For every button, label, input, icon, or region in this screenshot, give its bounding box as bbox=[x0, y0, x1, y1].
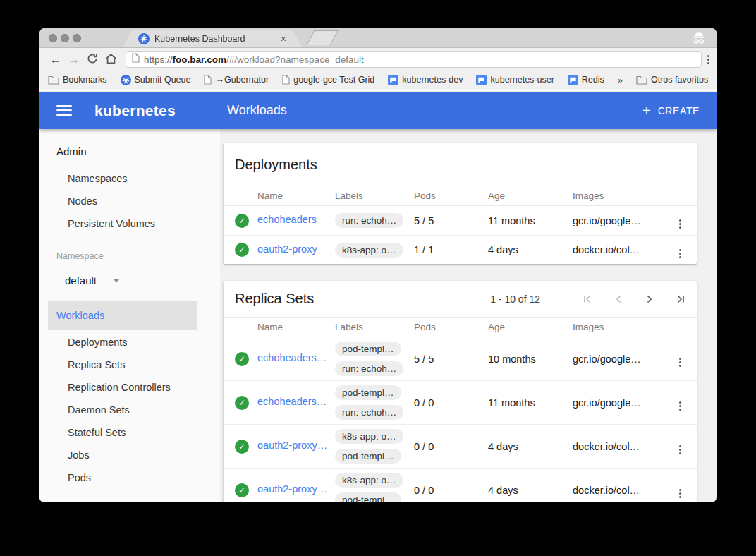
row-menu-button[interactable] bbox=[676, 348, 684, 370]
resource-link[interactable]: oauth2-proxy bbox=[257, 243, 317, 255]
bookmark-item[interactable]: Submit Queue bbox=[121, 75, 191, 85]
card-title: Replica Sets bbox=[235, 291, 314, 307]
pods-cell: 0 / 0 bbox=[414, 397, 488, 409]
folder-icon bbox=[48, 75, 59, 85]
label-chip: run: echoh… bbox=[335, 405, 403, 420]
table-body: ✓echoheaders…pod-templ…run: echoh…5 / 51… bbox=[224, 337, 697, 502]
sidebar-section-admin[interactable]: Admin bbox=[56, 145, 220, 159]
name-cell: oauth2-proxy… bbox=[257, 483, 335, 497]
pods-cell: 5 / 5 bbox=[414, 353, 488, 365]
name-cell: oauth2-proxy… bbox=[257, 440, 335, 453]
column-header-name: Name bbox=[257, 191, 335, 201]
sidebar-item-nodes[interactable]: Nodes bbox=[39, 190, 220, 212]
chat-icon bbox=[568, 75, 578, 85]
labels-cell: pod-templ…run: echoh… bbox=[335, 381, 414, 424]
titlebar: Kubernetes Dashboard × bbox=[39, 28, 717, 48]
content: Admin NamespacesNodesPersistent Volumes … bbox=[39, 129, 717, 502]
bookmark-item[interactable]: kubernetes-user bbox=[476, 75, 554, 85]
sidebar-item-jobs[interactable]: Jobs bbox=[39, 444, 220, 466]
kubernetes-favicon-icon bbox=[138, 33, 150, 44]
labels-cell: k8s-app: o…pod-templ… bbox=[335, 425, 414, 468]
url-text: https://foo.bar.com/#/workload?namespace… bbox=[144, 54, 364, 65]
create-button-label: CREATE bbox=[658, 105, 700, 116]
reload-button[interactable] bbox=[83, 53, 102, 66]
resource-link[interactable]: oauth2-proxy… bbox=[257, 483, 327, 495]
create-button[interactable]: + CREATE bbox=[642, 104, 700, 118]
page-first-button[interactable] bbox=[583, 294, 592, 304]
pods-cell: 1 / 1 bbox=[414, 244, 488, 255]
kebab-icon bbox=[679, 489, 681, 498]
column-header-images: Images bbox=[573, 322, 663, 332]
bookmark-label: google-gce Test Grid bbox=[293, 75, 374, 85]
sidebar-item-pods[interactable]: Pods bbox=[39, 466, 220, 489]
tab-close-icon[interactable]: × bbox=[281, 34, 286, 44]
sidebar-item-workloads[interactable]: Workloads bbox=[48, 301, 197, 330]
bookmark-item[interactable]: →Gubernator bbox=[204, 75, 269, 85]
resource-link[interactable]: echoheaders… bbox=[257, 352, 327, 363]
sidebar-item-replica-sets[interactable]: Replica Sets bbox=[39, 353, 220, 376]
bookmark-item[interactable]: Bookmarks bbox=[48, 75, 107, 85]
page-prev-button[interactable] bbox=[614, 294, 623, 304]
sidebar-item-daemon-sets[interactable]: Daemon Sets bbox=[39, 399, 220, 421]
main-panel: Deployments NameLabelsPodsAgeImages ✓ech… bbox=[220, 129, 717, 502]
age-cell: 11 months bbox=[488, 215, 573, 226]
sidebar-item-persistent-volumes[interactable]: Persistent Volumes bbox=[39, 212, 220, 235]
bookmark-item[interactable]: Otros favoritos bbox=[636, 75, 708, 85]
column-header-labels: Labels bbox=[335, 191, 414, 201]
status-ok-icon: ✓ bbox=[235, 483, 249, 497]
page-next-button[interactable] bbox=[645, 294, 654, 304]
row-menu-button[interactable] bbox=[676, 392, 684, 413]
page-icon bbox=[132, 53, 140, 66]
bookmark-item[interactable]: Redis bbox=[568, 75, 604, 85]
images-cell: docker.io/col… bbox=[573, 244, 663, 255]
hamburger-menu-icon[interactable] bbox=[56, 105, 72, 116]
sidebar-divider bbox=[39, 241, 197, 241]
sidebar-item-stateful-sets[interactable]: Stateful Sets bbox=[39, 421, 220, 444]
column-header-images: Images bbox=[573, 191, 663, 201]
browser-menu-button[interactable] bbox=[707, 55, 709, 64]
label-chip: pod-templ… bbox=[335, 449, 401, 464]
namespace-select[interactable]: default bbox=[64, 272, 120, 289]
status-cell: ✓ bbox=[224, 396, 257, 410]
age-cell: 4 days bbox=[488, 441, 573, 452]
row-menu-button[interactable] bbox=[676, 479, 684, 501]
sidebar-item-namespaces[interactable]: Namespaces bbox=[39, 167, 220, 190]
sidebar: Admin NamespacesNodesPersistent Volumes … bbox=[39, 129, 220, 502]
url-bar[interactable]: https://foo.bar.com/#/workload?namespace… bbox=[126, 51, 702, 68]
minimize-window-button[interactable] bbox=[61, 34, 69, 42]
resource-link[interactable]: oauth2-proxy… bbox=[257, 440, 327, 451]
browser-tab[interactable]: Kubernetes Dashboard × bbox=[123, 30, 302, 47]
back-button[interactable]: ← bbox=[47, 54, 65, 66]
page-last-button[interactable] bbox=[676, 294, 685, 304]
labels-cell: pod-templ…run: echoh… bbox=[335, 337, 414, 380]
close-window-button[interactable] bbox=[49, 34, 57, 42]
chat-icon bbox=[388, 75, 398, 85]
resource-link[interactable]: echoheaders bbox=[257, 214, 317, 225]
bookmark-label: kubernetes-dev bbox=[402, 75, 463, 85]
sidebar-item-replication-controllers[interactable]: Replication Controllers bbox=[39, 376, 220, 399]
column-header-age: Age bbox=[488, 191, 573, 201]
zoom-window-button[interactable] bbox=[73, 34, 81, 42]
bookmarks-overflow-button[interactable]: » bbox=[618, 75, 623, 85]
page-icon bbox=[204, 75, 212, 85]
resource-link[interactable]: echoheaders… bbox=[257, 396, 327, 407]
images-cell: gcr.io/google… bbox=[573, 215, 663, 226]
page-title: Workloads bbox=[227, 103, 287, 118]
row-menu-button[interactable] bbox=[676, 210, 684, 231]
new-tab-button[interactable] bbox=[306, 30, 338, 45]
label-chip: k8s-app: o… bbox=[335, 473, 403, 488]
row-menu-button[interactable] bbox=[676, 239, 684, 261]
namespace-label: Namespace bbox=[56, 250, 220, 262]
name-cell: echoheaders bbox=[257, 214, 335, 227]
bookmark-item[interactable]: kubernetes-dev bbox=[388, 75, 463, 85]
deployments-card: Deployments NameLabelsPodsAgeImages ✓ech… bbox=[224, 143, 697, 264]
bookmark-item[interactable]: google-gce Test Grid bbox=[282, 75, 374, 85]
home-button[interactable] bbox=[102, 53, 120, 66]
name-cell: echoheaders… bbox=[257, 396, 335, 409]
sidebar-item-deployments[interactable]: Deployments bbox=[39, 331, 220, 353]
bookmark-label: Redis bbox=[582, 75, 604, 85]
forward-button[interactable]: → bbox=[65, 54, 83, 66]
row-menu-button[interactable] bbox=[676, 435, 684, 457]
table-row: ✓oauth2-proxyk8s-app: o…1 / 14 daysdocke… bbox=[224, 235, 697, 264]
status-cell: ✓ bbox=[224, 483, 257, 497]
